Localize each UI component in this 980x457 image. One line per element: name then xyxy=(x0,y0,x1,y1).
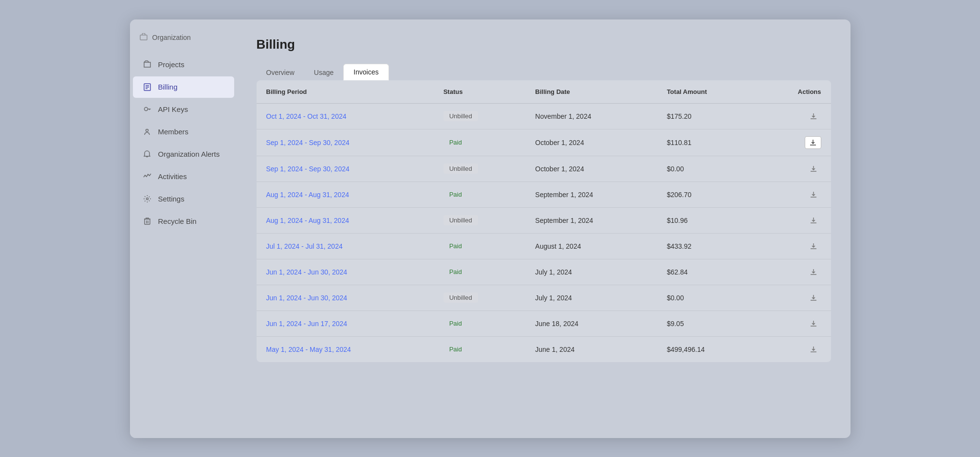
sidebar: Organization Projects xyxy=(130,19,237,438)
api-keys-icon xyxy=(143,105,152,114)
svg-point-2 xyxy=(145,108,148,111)
action-cell xyxy=(758,233,831,259)
table-header-row: Billing Period Status Billing Date Total… xyxy=(257,80,831,104)
billing-table-container: Billing Period Status Billing Date Total… xyxy=(257,80,831,362)
projects-icon xyxy=(143,60,152,70)
download-button[interactable] xyxy=(806,318,821,329)
col-header-period: Billing Period xyxy=(257,80,434,104)
col-header-actions: Actions xyxy=(758,80,831,104)
table-row: Aug 1, 2024 - Aug 31, 2024PaidSeptember … xyxy=(257,182,831,207)
total-amount: $0.00 xyxy=(657,156,758,182)
billing-date: November 1, 2024 xyxy=(525,103,657,129)
billing-period-link[interactable]: Sep 1, 2024 - Sep 30, 2024 xyxy=(266,165,350,173)
svg-point-3 xyxy=(146,129,148,132)
billing-date: July 1, 2024 xyxy=(525,285,657,311)
billing-period-link[interactable]: Jun 1, 2024 - Jun 17, 2024 xyxy=(266,320,348,328)
activities-icon xyxy=(143,172,152,182)
download-button[interactable] xyxy=(806,292,821,304)
sidebar-item-org-alerts[interactable]: Organization Alerts xyxy=(133,144,234,165)
table-row: Jul 1, 2024 - Jul 31, 2024PaidAugust 1, … xyxy=(257,233,831,259)
billing-table: Billing Period Status Billing Date Total… xyxy=(257,80,831,362)
svg-rect-0 xyxy=(140,35,147,40)
settings-icon xyxy=(143,194,152,204)
members-icon xyxy=(143,127,152,137)
table-row: Oct 1, 2024 - Oct 31, 2024UnbilledNovemb… xyxy=(257,103,831,129)
status-badge: Paid xyxy=(444,137,468,147)
billing-period-link[interactable]: Sep 1, 2024 - Sep 30, 2024 xyxy=(266,139,350,146)
status-badge: Paid xyxy=(444,189,468,200)
download-button[interactable] xyxy=(806,344,821,355)
sidebar-item-api-keys[interactable]: API Keys xyxy=(133,99,234,120)
org-label: Organization xyxy=(130,33,237,54)
status-badge: Paid xyxy=(444,318,468,329)
table-row: Aug 1, 2024 - Aug 31, 2024UnbilledSeptem… xyxy=(257,207,831,233)
download-button[interactable] xyxy=(806,240,821,252)
sidebar-item-billing[interactable]: Billing xyxy=(133,76,234,98)
download-button[interactable] xyxy=(806,215,821,226)
billing-period-link[interactable]: Jul 1, 2024 - Jul 31, 2024 xyxy=(266,242,343,250)
action-cell xyxy=(758,207,831,233)
org-icon xyxy=(140,33,148,42)
billing-date: September 1, 2024 xyxy=(525,182,657,207)
download-button[interactable] xyxy=(806,110,821,122)
table-row: Jun 1, 2024 - Jun 17, 2024PaidJune 18, 2… xyxy=(257,311,831,336)
download-button[interactable] xyxy=(805,136,821,149)
tabs-bar: Overview Usage Invoices xyxy=(257,64,831,80)
org-alerts-icon xyxy=(143,149,152,159)
billing-icon xyxy=(143,82,152,92)
table-row: Sep 1, 2024 - Sep 30, 2024UnbilledOctobe… xyxy=(257,156,831,182)
billing-period-link[interactable]: May 1, 2024 - May 31, 2024 xyxy=(266,346,351,353)
col-header-date: Billing Date xyxy=(525,80,657,104)
billing-date: September 1, 2024 xyxy=(525,207,657,233)
status-badge: Unbilled xyxy=(444,111,478,121)
action-cell xyxy=(758,259,831,285)
action-cell xyxy=(758,182,831,207)
action-cell xyxy=(758,336,831,362)
billing-date: June 1, 2024 xyxy=(525,336,657,362)
sidebar-item-projects[interactable]: Projects xyxy=(133,54,234,75)
billing-date: October 1, 2024 xyxy=(525,129,657,156)
download-button[interactable] xyxy=(806,189,821,201)
table-row: Sep 1, 2024 - Sep 30, 2024PaidOctober 1,… xyxy=(257,129,831,156)
table-row: Jun 1, 2024 - Jun 30, 2024UnbilledJuly 1… xyxy=(257,285,831,311)
total-amount: $433.92 xyxy=(657,233,758,259)
tab-overview[interactable]: Overview xyxy=(257,65,304,80)
download-button[interactable] xyxy=(806,266,821,278)
status-badge: Paid xyxy=(444,267,468,277)
sidebar-item-members[interactable]: Members xyxy=(133,121,234,143)
total-amount: $206.70 xyxy=(657,182,758,207)
page-title: Billing xyxy=(257,37,831,52)
sidebar-item-settings[interactable]: Settings xyxy=(133,188,234,210)
action-cell xyxy=(758,103,831,129)
recycle-bin-icon xyxy=(143,217,152,226)
billing-date: July 1, 2024 xyxy=(525,259,657,285)
total-amount: $0.00 xyxy=(657,285,758,311)
app-window: Organization Projects xyxy=(130,19,851,438)
action-cell xyxy=(758,285,831,311)
billing-date: October 1, 2024 xyxy=(525,156,657,182)
billing-period-link[interactable]: Aug 1, 2024 - Aug 31, 2024 xyxy=(266,217,349,224)
sidebar-item-recycle-bin[interactable]: Recycle Bin xyxy=(133,211,234,232)
svg-point-4 xyxy=(147,198,148,200)
col-header-status: Status xyxy=(434,80,526,104)
status-badge: Paid xyxy=(444,344,468,354)
download-button[interactable] xyxy=(806,163,821,175)
billing-period-link[interactable]: Aug 1, 2024 - Aug 31, 2024 xyxy=(266,191,349,199)
billing-period-link[interactable]: Oct 1, 2024 - Oct 31, 2024 xyxy=(266,112,347,120)
billing-date: June 18, 2024 xyxy=(525,311,657,336)
billing-period-link[interactable]: Jun 1, 2024 - Jun 30, 2024 xyxy=(266,294,348,302)
total-amount: $175.20 xyxy=(657,103,758,129)
billing-date: August 1, 2024 xyxy=(525,233,657,259)
sidebar-item-activities[interactable]: Activities xyxy=(133,166,234,187)
total-amount: $9.05 xyxy=(657,311,758,336)
col-header-amount: Total Amount xyxy=(657,80,758,104)
total-amount: $10.96 xyxy=(657,207,758,233)
tab-usage[interactable]: Usage xyxy=(304,65,343,80)
status-badge: Unbilled xyxy=(444,164,478,174)
status-badge: Paid xyxy=(444,241,468,251)
table-row: May 1, 2024 - May 31, 2024PaidJune 1, 20… xyxy=(257,336,831,362)
total-amount: $62.84 xyxy=(657,259,758,285)
billing-period-link[interactable]: Jun 1, 2024 - Jun 30, 2024 xyxy=(266,268,348,276)
total-amount: $499,496.14 xyxy=(657,336,758,362)
tab-invoices[interactable]: Invoices xyxy=(343,64,388,80)
